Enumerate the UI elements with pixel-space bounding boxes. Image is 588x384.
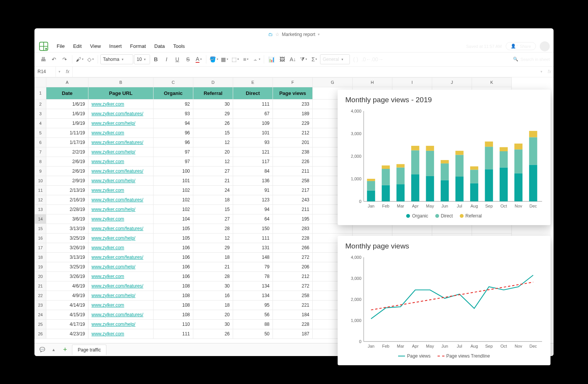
cell[interactable]: www.zylker.com <box>88 271 154 281</box>
comments-icon[interactable]: 💬 <box>38 345 47 354</box>
header-cell[interactable]: Page views <box>273 87 313 99</box>
cell[interactable]: www.zylker.com/features/ <box>88 195 154 204</box>
url-link[interactable]: www.zylker.com/help/ <box>91 235 136 241</box>
cell[interactable]: 106 <box>154 252 193 262</box>
cell[interactable]: 12 <box>193 137 233 147</box>
cell[interactable]: 30 <box>193 99 233 109</box>
select-all-corner[interactable] <box>35 77 46 87</box>
cell[interactable]: www.zylker.com/help/ <box>88 147 154 157</box>
halign-icon[interactable]: ≡ <box>241 54 251 64</box>
chart-monthly-line[interactable]: Monthly page views 01,0002,0003,0004,000… <box>338 236 550 365</box>
cell[interactable]: 211 <box>273 204 313 214</box>
cell[interactable]: 148 <box>233 252 273 262</box>
chevron-down-icon[interactable]: ▾ <box>56 70 63 74</box>
cell[interactable]: www.zylker.com <box>88 329 154 338</box>
cell[interactable]: 111 <box>233 99 273 109</box>
cell[interactable]: 212 <box>273 271 313 281</box>
clear-format-icon[interactable]: ◇ <box>85 54 95 64</box>
menu-format[interactable]: Format <box>126 42 150 51</box>
col-header[interactable]: E <box>233 77 273 87</box>
chart-insert-icon[interactable]: 📊 <box>266 54 276 64</box>
cell[interactable]: www.zylker.com/features/ <box>88 252 154 262</box>
cell[interactable]: 228 <box>273 319 313 329</box>
text-color-icon[interactable]: A <box>194 54 204 64</box>
decimal-dec-icon[interactable]: .00→ <box>372 54 382 64</box>
cell[interactable]: 117 <box>233 157 273 166</box>
cell[interactable]: 221 <box>273 300 313 310</box>
row-header[interactable]: 22 <box>35 291 46 300</box>
cell[interactable]: 238 <box>273 147 313 157</box>
cell[interactable]: 2/28/19 <box>46 204 88 214</box>
cell[interactable]: 29 <box>193 109 233 118</box>
header-cell[interactable]: Direct <box>233 87 273 99</box>
cell[interactable]: 272 <box>273 281 313 291</box>
url-link[interactable]: www.zylker.com/help/ <box>91 178 136 183</box>
cell[interactable]: 4/6/19 <box>46 281 88 291</box>
add-sheet-icon[interactable]: + <box>60 345 70 354</box>
cell[interactable]: 105 <box>154 233 193 243</box>
row-header[interactable]: 11 <box>35 185 46 195</box>
cell[interactable]: 108 <box>154 291 193 300</box>
row-header[interactable]: 14 <box>35 214 46 224</box>
cell[interactable]: 106 <box>154 271 193 281</box>
cell[interactable]: 4/15/19 <box>46 310 88 319</box>
cell[interactable]: 108 <box>154 281 193 291</box>
col-header[interactable]: G <box>313 77 353 87</box>
cell[interactable]: www.zylker.com/help/ <box>88 118 154 128</box>
cell[interactable]: 84 <box>233 166 273 176</box>
cell-reference[interactable]: R14 <box>34 67 56 77</box>
cell[interactable]: www.zylker.com <box>88 99 154 109</box>
undo-icon[interactable]: ↶ <box>49 54 59 64</box>
cell[interactable]: 27 <box>193 214 233 224</box>
row-header[interactable]: 18 <box>35 252 46 262</box>
cell[interactable]: 3/26/19 <box>46 243 88 252</box>
cell[interactable]: 266 <box>273 243 313 252</box>
cell[interactable]: 134 <box>233 291 273 300</box>
cell[interactable]: 20 <box>193 147 233 157</box>
cell[interactable]: 195 <box>273 214 313 224</box>
header-cell[interactable]: Referral <box>193 87 233 99</box>
cell[interactable]: 212 <box>273 128 313 137</box>
cell[interactable]: 228 <box>273 233 313 243</box>
chevron-down-icon[interactable]: ▾ <box>537 70 546 74</box>
cell[interactable]: 1/11/19 <box>46 128 88 137</box>
cell[interactable]: 64 <box>233 214 273 224</box>
cell[interactable]: 97 <box>154 157 193 166</box>
cell[interactable]: 88 <box>233 319 273 329</box>
menu-file[interactable]: File <box>53 42 69 51</box>
cell[interactable]: 206 <box>273 262 313 271</box>
valign-icon[interactable]: ⫠ <box>252 54 261 64</box>
cell[interactable]: 229 <box>273 118 313 128</box>
cell[interactable]: 4/23/19 <box>46 329 88 338</box>
cell[interactable]: 201 <box>273 137 313 147</box>
cell[interactable]: 101 <box>154 176 193 185</box>
cell[interactable]: 109 <box>233 118 273 128</box>
italic-icon[interactable]: I <box>162 54 172 64</box>
row-header[interactable]: 26 <box>35 329 46 338</box>
cell[interactable]: 15 <box>193 128 233 137</box>
header-cell[interactable]: Date <box>46 87 88 99</box>
url-link[interactable]: www.zylker.com <box>91 159 124 164</box>
cell[interactable]: 93 <box>233 137 273 147</box>
filter-icon[interactable]: ⧩ <box>299 54 309 64</box>
row-header[interactable]: 8 <box>35 157 46 166</box>
cell[interactable] <box>472 224 512 233</box>
cell[interactable]: www.zylker.com <box>88 157 154 166</box>
cell[interactable]: www.zylker.com/help/ <box>88 262 154 271</box>
col-header[interactable]: J <box>432 77 472 87</box>
cell[interactable]: 16 <box>193 291 233 300</box>
row-header[interactable]: 16 <box>35 233 46 243</box>
url-link[interactable]: www.zylker.com <box>91 101 124 107</box>
cell[interactable]: 3/25/19 <box>46 233 88 243</box>
cell[interactable]: 283 <box>273 224 313 233</box>
url-link[interactable]: www.zylker.com/features/ <box>91 312 143 317</box>
cell[interactable] <box>392 224 432 233</box>
row-header[interactable]: 2 <box>35 99 46 109</box>
cell[interactable]: www.zylker.com/help/ <box>88 319 154 329</box>
cell[interactable] <box>432 224 472 233</box>
cell[interactable]: 26 <box>193 329 233 338</box>
cell[interactable]: www.zylker.com/help/ <box>88 176 154 185</box>
avatar[interactable] <box>540 41 550 51</box>
row-header[interactable]: 6 <box>35 137 46 147</box>
cell[interactable]: www.zylker.com <box>88 185 154 195</box>
